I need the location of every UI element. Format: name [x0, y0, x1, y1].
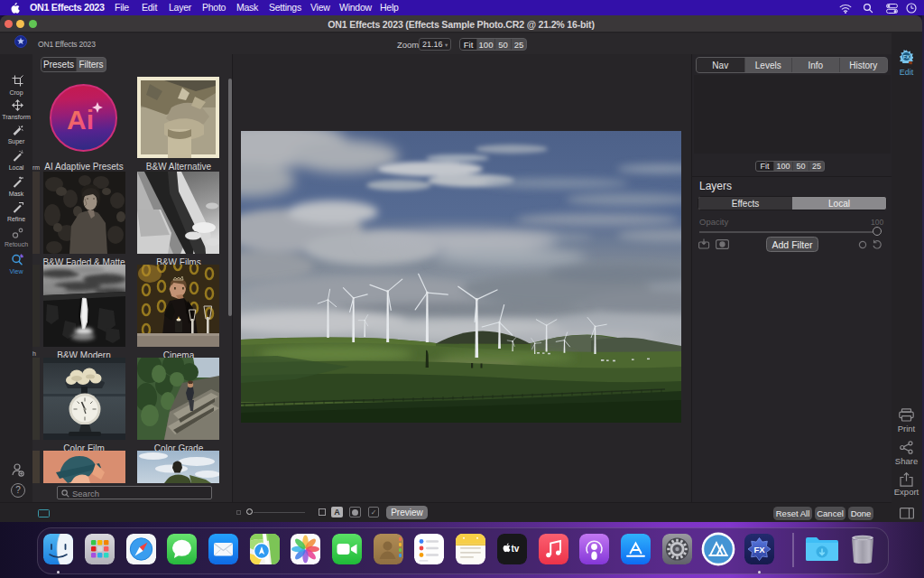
svg-text:tv: tv: [512, 544, 520, 554]
svg-text:FX: FX: [903, 54, 910, 60]
svg-text:FX: FX: [753, 545, 765, 555]
svg-text:Ai: Ai: [67, 105, 94, 135]
